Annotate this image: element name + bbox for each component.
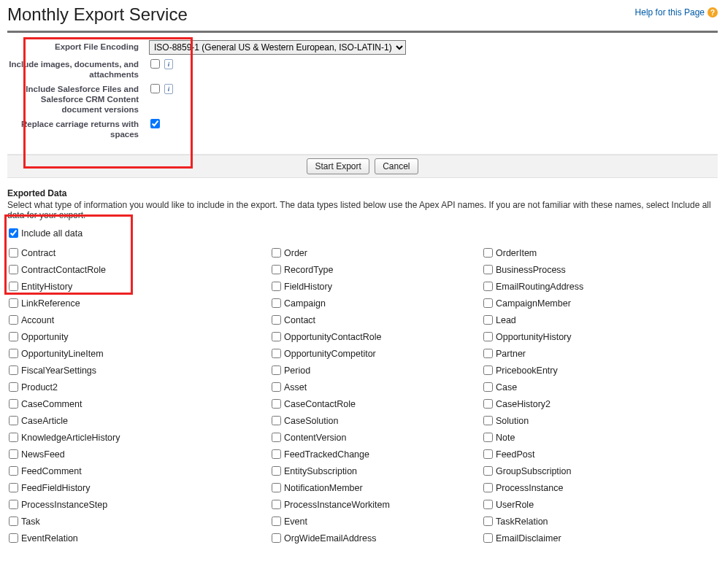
data-type-checkbox[interactable] xyxy=(483,399,493,409)
data-type-item[interactable]: ProcessInstanceWorkitem xyxy=(270,496,482,513)
data-type-checkbox[interactable] xyxy=(483,449,493,459)
data-type-item[interactable]: Account xyxy=(7,312,270,328)
data-type-checkbox[interactable] xyxy=(483,365,493,375)
data-type-checkbox[interactable] xyxy=(9,248,18,258)
data-type-item[interactable]: OpportunityLineItem xyxy=(7,345,270,362)
data-type-checkbox[interactable] xyxy=(483,248,493,258)
data-type-checkbox[interactable] xyxy=(9,332,18,341)
data-type-item[interactable]: ProcessInstance xyxy=(482,479,694,496)
cancel-button[interactable]: Cancel xyxy=(375,158,418,174)
data-type-item[interactable]: Period xyxy=(270,362,482,379)
data-type-item[interactable]: CaseContactRole xyxy=(270,395,482,412)
data-type-checkbox[interactable] xyxy=(272,483,281,492)
data-type-item[interactable]: NewsFeed xyxy=(7,446,270,463)
data-type-checkbox[interactable] xyxy=(272,466,281,476)
data-type-item[interactable]: ContentVersion xyxy=(270,429,482,446)
data-type-item[interactable]: OpportunityHistory xyxy=(482,328,694,345)
data-type-item[interactable]: EmailDisclaimer xyxy=(482,530,694,546)
data-type-item[interactable]: UserRole xyxy=(482,496,694,513)
data-type-item[interactable]: EventRelation xyxy=(7,530,270,546)
data-type-checkbox[interactable] xyxy=(483,265,493,274)
data-type-item[interactable]: CaseHistory2 xyxy=(482,395,694,412)
data-type-checkbox[interactable] xyxy=(272,382,281,392)
data-type-checkbox[interactable] xyxy=(9,349,18,358)
include-files-checkbox[interactable] xyxy=(150,84,160,93)
data-type-checkbox[interactable] xyxy=(272,433,281,442)
data-type-checkbox[interactable] xyxy=(9,533,18,543)
replace-cr-checkbox[interactable] xyxy=(150,119,160,128)
data-type-checkbox[interactable] xyxy=(9,517,18,526)
data-type-item[interactable]: FeedPost xyxy=(482,446,694,463)
data-type-item[interactable]: CaseSolution xyxy=(270,412,482,429)
data-type-item[interactable]: CaseComment xyxy=(7,395,270,412)
data-type-item[interactable]: BusinessProcess xyxy=(482,261,694,278)
data-type-checkbox[interactable] xyxy=(9,500,18,509)
data-type-checkbox[interactable] xyxy=(9,365,18,375)
data-type-checkbox[interactable] xyxy=(272,500,281,509)
help-for-page-link[interactable]: Help for this Page ? xyxy=(635,7,718,18)
data-type-checkbox[interactable] xyxy=(272,365,281,375)
data-type-item[interactable]: EntityHistory xyxy=(7,278,270,295)
data-type-checkbox[interactable] xyxy=(483,466,493,476)
data-type-item[interactable]: Contract xyxy=(7,244,270,261)
data-type-checkbox[interactable] xyxy=(272,282,281,291)
include-all-checkbox[interactable] xyxy=(9,228,18,238)
data-type-checkbox[interactable] xyxy=(9,449,18,459)
data-type-item[interactable]: Solution xyxy=(482,412,694,429)
data-type-item[interactable]: OrderItem xyxy=(482,244,694,261)
info-icon[interactable]: i xyxy=(164,84,173,94)
data-type-item[interactable]: Contact xyxy=(270,312,482,328)
data-type-item[interactable]: ContractContactRole xyxy=(7,261,270,278)
include-images-checkbox[interactable] xyxy=(150,59,160,69)
data-type-checkbox[interactable] xyxy=(272,399,281,409)
data-type-item[interactable]: Case xyxy=(482,379,694,395)
data-type-item[interactable]: LinkReference xyxy=(7,295,270,312)
data-type-item[interactable]: TaskRelation xyxy=(482,513,694,530)
data-type-item[interactable]: OpportunityCompetitor xyxy=(270,345,482,362)
data-type-checkbox[interactable] xyxy=(272,265,281,274)
data-type-item[interactable]: Product2 xyxy=(7,379,270,395)
info-icon[interactable]: i xyxy=(164,59,173,69)
data-type-item[interactable]: Opportunity xyxy=(7,328,270,345)
data-type-item[interactable]: Task xyxy=(7,513,270,530)
data-type-item[interactable]: Note xyxy=(482,429,694,446)
data-type-checkbox[interactable] xyxy=(483,315,493,325)
data-type-checkbox[interactable] xyxy=(9,315,18,325)
data-type-item[interactable]: EntitySubscription xyxy=(270,463,482,479)
data-type-checkbox[interactable] xyxy=(483,332,493,341)
data-type-item[interactable]: Lead xyxy=(482,312,694,328)
data-type-item[interactable]: Campaign xyxy=(270,295,482,312)
data-type-checkbox[interactable] xyxy=(483,382,493,392)
data-type-item[interactable]: FeedComment xyxy=(7,463,270,479)
data-type-checkbox[interactable] xyxy=(9,483,18,492)
data-type-checkbox[interactable] xyxy=(272,315,281,325)
encoding-select[interactable]: ISO-8859-1 (General US & Western Europea… xyxy=(149,40,406,55)
data-type-item[interactable]: Order xyxy=(270,244,482,261)
data-type-item[interactable]: KnowledgeArticleHistory xyxy=(7,429,270,446)
data-type-item[interactable]: Partner xyxy=(482,345,694,362)
data-type-checkbox[interactable] xyxy=(483,416,493,425)
data-type-item[interactable]: Event xyxy=(270,513,482,530)
data-type-item[interactable]: FeedFieldHistory xyxy=(7,479,270,496)
data-type-item[interactable]: CampaignMember xyxy=(482,295,694,312)
data-type-checkbox[interactable] xyxy=(483,282,493,291)
data-type-checkbox[interactable] xyxy=(9,433,18,442)
data-type-checkbox[interactable] xyxy=(272,517,281,526)
start-export-button[interactable]: Start Export xyxy=(307,158,369,174)
data-type-item[interactable]: EmailRoutingAddress xyxy=(482,278,694,295)
data-type-checkbox[interactable] xyxy=(272,416,281,425)
data-type-item[interactable]: RecordType xyxy=(270,261,482,278)
data-type-checkbox[interactable] xyxy=(9,399,18,409)
data-type-item[interactable]: OrgWideEmailAddress xyxy=(270,530,482,546)
data-type-item[interactable]: CaseArticle xyxy=(7,412,270,429)
data-type-checkbox[interactable] xyxy=(9,382,18,392)
data-type-item[interactable]: Asset xyxy=(270,379,482,395)
data-type-item[interactable]: PricebookEntry xyxy=(482,362,694,379)
data-type-checkbox[interactable] xyxy=(483,500,493,509)
data-type-checkbox[interactable] xyxy=(483,483,493,492)
data-type-checkbox[interactable] xyxy=(9,265,18,274)
data-type-checkbox[interactable] xyxy=(9,416,18,425)
data-type-checkbox[interactable] xyxy=(272,248,281,258)
data-type-item[interactable]: ProcessInstanceStep xyxy=(7,496,270,513)
data-type-checkbox[interactable] xyxy=(272,298,281,308)
